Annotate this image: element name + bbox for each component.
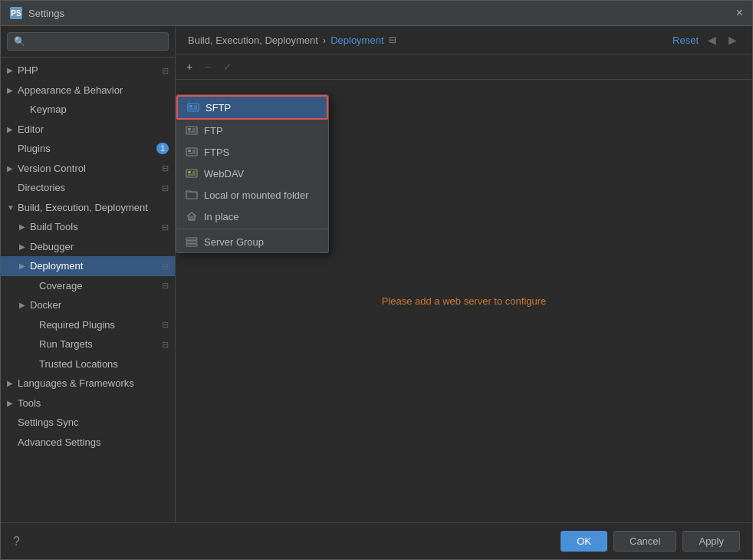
remove-button[interactable]: − (200, 59, 215, 74)
chevron-right-icon: ▶ (7, 397, 18, 409)
sidebar-item-label: Version Control (18, 161, 162, 176)
svg-rect-1 (189, 105, 192, 107)
sidebar-item-label: Required Plugins (39, 318, 162, 333)
sidebar-item-plugins[interactable]: Plugins 1 (1, 139, 175, 159)
sidebar-item-build-tools[interactable]: ▶ Build Tools ⊟ (1, 217, 175, 237)
sidebar: ▶ PHP ⊟ ▶ Appearance & Behavior Keymap ▶ (1, 26, 176, 522)
sidebar-item-tools[interactable]: ▶ Tools (1, 394, 175, 413)
dropdown-item-in-place[interactable]: In place (176, 206, 328, 227)
sidebar-item-settings-sync[interactable]: Settings Sync (1, 413, 175, 433)
svg-rect-6 (188, 128, 191, 130)
apply-button[interactable]: Apply (682, 531, 740, 552)
check-button[interactable]: ✓ (219, 59, 237, 74)
sidebar-item-label: Build Tools (30, 219, 162, 235)
svg-rect-21 (190, 218, 193, 220)
chevron-right-icon: ▶ (7, 163, 18, 174)
sidebar-item-label: Languages & Frameworks (18, 376, 169, 391)
breadcrumb-current: Deployment (330, 35, 383, 46)
home-icon-svg (186, 210, 198, 222)
server-group-icon-svg (186, 236, 198, 248)
footer-buttons: OK Cancel Apply (561, 531, 740, 552)
svg-rect-16 (188, 171, 191, 173)
breadcrumb-parent: Build, Execution, Deployment (188, 35, 318, 46)
sidebar-item-label: Directories (18, 180, 162, 196)
dropdown-item-label: Local or mounted folder (204, 189, 309, 201)
sidebar-item-label: Appearance & Behavior (18, 83, 169, 98)
sidebar-item-docker[interactable]: ▶ Docker (1, 295, 175, 315)
sidebar-item-label: Debugger (30, 239, 169, 255)
dropdown-item-local-folder[interactable]: Local or mounted folder (176, 184, 328, 206)
window-icon: ⊟ (162, 182, 169, 195)
sidebar-item-debugger[interactable]: ▶ Debugger (1, 237, 175, 257)
menu-divider (176, 229, 328, 229)
sidebar-item-directories[interactable]: Directories ⊟ (1, 178, 175, 198)
sidebar-item-editor[interactable]: ▶ Editor (1, 120, 175, 140)
collapse-icon: ⊟ (389, 35, 396, 45)
sidebar-item-appearance[interactable]: ▶ Appearance & Behavior (1, 81, 175, 100)
cancel-button[interactable]: Cancel (613, 531, 676, 552)
sidebar-item-version-control[interactable]: ▶ Version Control ⊟ (1, 159, 175, 179)
chevron-right-icon: ▶ (19, 299, 30, 311)
chevron-down-icon: ▼ (7, 202, 18, 213)
sidebar-item-label: Settings Sync (18, 415, 169, 430)
sftp-icon-svg (187, 101, 199, 114)
window-icon: ⊟ (162, 279, 169, 292)
sidebar-item-required-plugins[interactable]: Required Plugins ⊟ (1, 315, 175, 335)
sidebar-item-label: Trusted Locations (39, 357, 169, 372)
close-button[interactable]: × (736, 7, 743, 19)
window-icon: ⊟ (162, 260, 169, 273)
window-icon: ⊟ (162, 318, 169, 331)
sidebar-item-languages[interactable]: ▶ Languages & Frameworks (1, 374, 175, 394)
nav-back-button[interactable]: ◀ (705, 32, 719, 48)
dropdown-item-ftp[interactable]: FTP (176, 120, 328, 141)
svg-rect-11 (188, 150, 191, 152)
server-group-icon (186, 236, 198, 248)
sidebar-item-build-exec[interactable]: ▼ Build, Execution, Deployment (1, 198, 175, 218)
dropdown-item-label: FTP (204, 125, 223, 137)
sidebar-item-php[interactable]: ▶ PHP ⊟ (1, 61, 175, 81)
help-icon[interactable]: ? (13, 535, 20, 548)
sidebar-item-label: Run Targets (39, 337, 162, 352)
sidebar-item-advanced-settings[interactable]: Advanced Settings (1, 433, 175, 453)
sidebar-item-trusted-locations[interactable]: Trusted Locations (1, 354, 175, 374)
chevron-right-icon: ▶ (19, 260, 30, 272)
dialog-title: Settings (28, 8, 64, 19)
dropdown-item-label: SFTP (206, 102, 231, 114)
breadcrumb-separator: › (323, 35, 326, 46)
folder-icon-svg (186, 189, 198, 201)
folder-icon (186, 189, 198, 201)
toolbar: + − ✓ (176, 54, 752, 80)
chevron-right-icon: ▶ (19, 241, 30, 252)
sidebar-item-coverage[interactable]: Coverage ⊟ (1, 276, 175, 296)
ok-button[interactable]: OK (561, 531, 607, 552)
ftps-icon-svg (186, 146, 198, 158)
add-button[interactable]: + (182, 59, 197, 74)
nav-forward-button[interactable]: ▶ (725, 32, 740, 48)
sidebar-item-label: Coverage (39, 278, 162, 294)
home-icon (186, 210, 198, 222)
dropdown-item-server-group[interactable]: Server Group (176, 231, 328, 252)
window-icon: ⊟ (162, 338, 169, 351)
dropdown-item-ftps[interactable]: FTPS (176, 141, 328, 163)
dropdown-item-sftp[interactable]: SFTP (176, 95, 328, 120)
sidebar-item-label: Tools (18, 396, 169, 411)
title-bar: PS Settings × (1, 1, 752, 26)
chevron-right-icon: ▶ (7, 124, 18, 135)
svg-rect-22 (186, 238, 197, 240)
sidebar-item-deployment[interactable]: ▶ Deployment ⊟ (1, 256, 175, 276)
sidebar-item-keymap[interactable]: Keymap (1, 100, 175, 120)
sftp-icon (187, 101, 199, 114)
search-input[interactable] (7, 32, 169, 51)
sidebar-item-label: Plugins (18, 141, 153, 156)
window-icon: ⊟ (162, 162, 169, 175)
window-icon: ⊟ (162, 64, 169, 77)
sidebar-item-run-targets[interactable]: Run Targets ⊟ (1, 334, 175, 354)
dropdown-item-label: Server Group (204, 236, 264, 248)
ftp-icon-svg (186, 124, 198, 137)
chevron-right-icon: ▶ (7, 64, 18, 76)
svg-rect-23 (186, 241, 197, 243)
dropdown-item-webdav[interactable]: WebDAV (176, 163, 328, 184)
reset-link[interactable]: Reset (672, 35, 699, 46)
chevron-right-icon: ▶ (7, 84, 18, 96)
sidebar-item-label: PHP (18, 63, 162, 78)
